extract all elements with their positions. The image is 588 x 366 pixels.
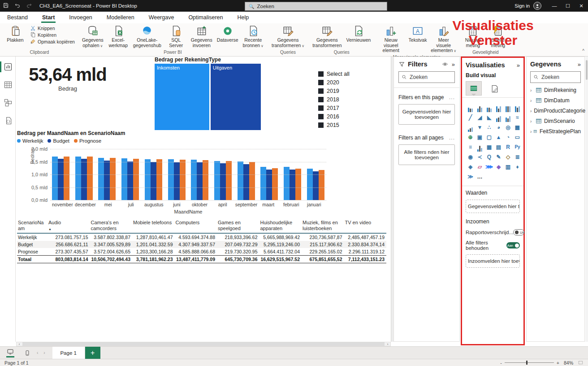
100-stacked-bar-chart-icon[interactable] xyxy=(503,103,513,112)
format-visual-tab[interactable] xyxy=(487,82,502,96)
line-and-clustered-column-chart-icon[interactable] xyxy=(503,113,513,122)
kpi-icon[interactable] xyxy=(475,143,484,152)
checkbox-icon[interactable] xyxy=(318,114,324,119)
more-options-icon[interactable]: ... xyxy=(449,94,455,100)
bar-werkelijk[interactable] xyxy=(284,167,290,200)
python-visual-icon[interactable]: Py xyxy=(513,143,522,152)
q-and-a-icon[interactable]: Q xyxy=(484,152,494,161)
area-chart-icon[interactable]: ◢ xyxy=(475,113,484,122)
save-icon[interactable] xyxy=(0,2,12,10)
bar-prognose[interactable] xyxy=(133,159,139,200)
paginated-report-icon[interactable]: ≣ xyxy=(513,152,522,161)
pie-chart-icon[interactable]: ◕ xyxy=(494,123,503,132)
key-influencers-icon[interactable]: ◉ xyxy=(466,152,475,161)
menu-item-bestand[interactable]: Bestand xyxy=(6,13,29,22)
checkbox-icon[interactable] xyxy=(318,105,324,111)
page-tab[interactable]: Page 1 xyxy=(52,347,85,359)
ribbon-button-gegevens-transformeren[interactable]: Gegevens transformeren xyxy=(310,25,344,49)
stacked-area-chart-icon[interactable]: ◣ xyxy=(484,113,494,122)
ribbon-button-dataverse[interactable]: Dataverse xyxy=(215,25,241,49)
azure-map-icon[interactable]: ▲ xyxy=(494,133,503,142)
ribbon-button-kopi-ren[interactable]: Kopiëren xyxy=(29,31,76,38)
ribbon-button-nieuwe-meting[interactable]: Nieuwe meting xyxy=(460,25,485,49)
bar-werkelijk[interactable] xyxy=(168,159,174,200)
slicer-item-2015[interactable]: 2015 xyxy=(318,122,350,128)
line-and-stacked-column-chart-icon[interactable] xyxy=(494,113,503,122)
bar-prognose[interactable] xyxy=(203,160,208,200)
expand-chevron-icon[interactable]: › xyxy=(530,119,536,124)
scrollbar-track[interactable] xyxy=(22,342,385,346)
expand-chevron-icon[interactable]: › xyxy=(530,88,536,93)
slicer-item-select-all[interactable]: Select all xyxy=(318,71,350,77)
table-visual[interactable]: ScenarioNaamAudio▲Camera's en camcorders… xyxy=(17,219,386,263)
ribbon-button-excel-werkmap[interactable]: Excel- werkmap xyxy=(106,25,131,49)
data-table-dimscenario[interactable]: ›DimScenario xyxy=(530,118,581,124)
ribbon-button-tekstvak[interactable]: Tekstvak xyxy=(405,25,430,54)
column-header-huishoudelijke-apparaten[interactable]: Huishoudelijke apparaten xyxy=(259,219,302,233)
undo-icon[interactable] xyxy=(12,2,23,10)
bar-prognose[interactable] xyxy=(272,168,278,200)
bar-werkelijk[interactable] xyxy=(98,158,104,200)
arcgis-map-icon[interactable]: ◈ xyxy=(466,162,475,171)
more-visuals-arrow-icon[interactable]: ≫ xyxy=(466,172,475,181)
treemap-node-inkomsten[interactable]: Inkomsten xyxy=(155,64,209,130)
donut-chart-icon[interactable]: ◎ xyxy=(503,123,513,132)
column-header-computers[interactable]: Computers xyxy=(175,219,217,233)
zoom-out-icon[interactable]: - xyxy=(500,360,502,366)
previous-page-icon[interactable]: ‹ xyxy=(37,350,38,355)
build-visual-tab[interactable] xyxy=(466,81,482,96)
minimize-button[interactable]: — xyxy=(548,0,561,12)
bar-prognose[interactable] xyxy=(110,158,116,200)
add-page-button[interactable]: + xyxy=(85,347,100,359)
menu-item-weergave[interactable]: Weergave xyxy=(148,13,175,22)
expand-chevron-icon[interactable]: › xyxy=(530,129,533,134)
column-header-games-en-speelgoed[interactable]: Games en speelgoed xyxy=(217,219,259,233)
checkbox-icon[interactable] xyxy=(318,71,324,77)
ribbon-button-onelake-gegevenshub[interactable]: OneLake- gegevenshub xyxy=(131,25,164,49)
filters-page-dropzone[interactable]: Gegevensvelden hier toevoegen xyxy=(398,104,455,125)
funnel-chart-icon[interactable]: ▼ xyxy=(475,123,484,132)
bar-werkelijk[interactable] xyxy=(52,157,58,200)
data-table-feitstrategieplan[interactable]: ›FeitStrategiePlan xyxy=(530,128,581,135)
column-header-scenarionaam[interactable]: ScenarioNaam xyxy=(17,219,48,233)
ribbon-button-vernieuwen[interactable]: Vernieuwen xyxy=(344,25,373,49)
sign-in-button[interactable]: Sign in xyxy=(514,3,530,9)
data-search-input[interactable]: Zoeken xyxy=(530,71,581,83)
expand-chevron-icon[interactable]: › xyxy=(530,98,536,103)
ribbon-collapse-icon[interactable]: ^ xyxy=(582,48,584,53)
slicer-item-2019[interactable]: 2019 xyxy=(318,88,350,94)
clustered-bar-chart-icon[interactable] xyxy=(484,103,494,112)
menu-item-start[interactable]: Start xyxy=(41,13,56,22)
bar-prognose[interactable] xyxy=(295,169,301,200)
slicer-item-2017[interactable]: 2017 xyxy=(318,105,350,111)
redo-icon[interactable] xyxy=(23,2,35,10)
collapse-pane-icon[interactable]: » xyxy=(517,62,520,69)
model-view-button[interactable] xyxy=(0,95,16,110)
checkbox-icon[interactable] xyxy=(318,80,324,85)
slicer-item-2016[interactable]: 2016 xyxy=(318,113,350,120)
column-header-mobiele-telefoons[interactable]: Mobiele telefoons xyxy=(132,219,175,233)
table-view-button[interactable] xyxy=(0,77,16,92)
filters-search-input[interactable]: Zoeken xyxy=(398,71,455,83)
data-table-dimrekening[interactable]: ›DimRekening xyxy=(530,87,581,93)
ribbon-button-gegevens-transformeren[interactable]: Gegevens transformeren∨ xyxy=(269,25,307,49)
drillthrough-dropzone[interactable]: Inzoomvelden hier toevoeg... xyxy=(466,254,520,268)
zoom-in-icon[interactable]: + xyxy=(557,360,559,366)
report-canvas[interactable]: 53,64 mld Bedrag Bedrag per RekeningType… xyxy=(16,57,391,342)
ribbon-button-plakken[interactable]: Plakken xyxy=(3,25,28,49)
ribbon-button-sql-server[interactable]: SQL Server xyxy=(164,25,189,49)
power-automate-icon[interactable]: ⋙ xyxy=(484,162,494,171)
bar-budget[interactable] xyxy=(243,164,249,200)
power-apps-icon[interactable]: ▱ xyxy=(475,162,484,171)
ribbon-button-nieuw-visueel-element[interactable]: Nieuw visueel element xyxy=(376,25,405,54)
bar-prognose[interactable] xyxy=(64,157,69,200)
column-header-audio[interactable]: Audio▲ xyxy=(48,219,90,233)
desktop-layout-button[interactable] xyxy=(4,348,17,358)
bar-werkelijk[interactable] xyxy=(214,161,220,200)
cross-report-toggle[interactable]: Uit xyxy=(513,229,524,235)
menu-item-modelleren[interactable]: Modelleren xyxy=(106,13,135,22)
column-header-tv-en-video[interactable]: TV en video xyxy=(344,219,387,233)
treemap-visual[interactable]: InkomstenUitgaven xyxy=(155,64,261,130)
maximize-button[interactable]: ☐ xyxy=(561,0,575,12)
legend-item-prognose[interactable]: Prognose xyxy=(74,138,101,144)
